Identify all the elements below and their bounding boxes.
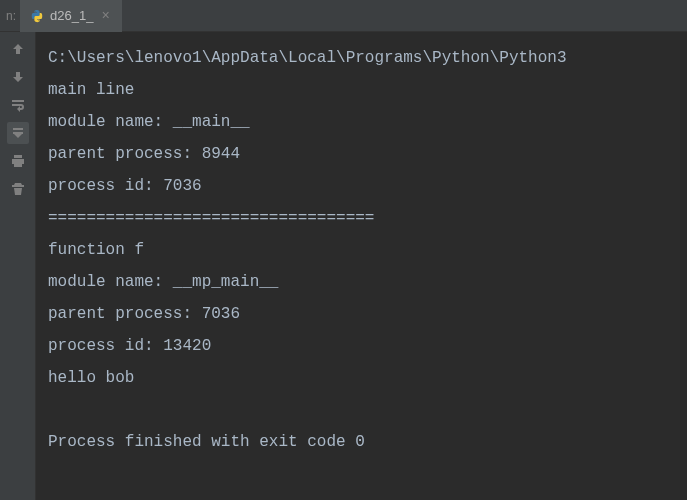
- output-line: main line: [48, 74, 675, 106]
- output-line: [48, 394, 675, 426]
- tab-prefix-label: n:: [0, 9, 20, 23]
- wrap-icon[interactable]: [7, 94, 29, 116]
- output-line: process id: 7036: [48, 170, 675, 202]
- output-line: Process finished with exit code 0: [48, 426, 675, 458]
- output-line: parent process: 8944: [48, 138, 675, 170]
- arrow-down-icon[interactable]: [7, 66, 29, 88]
- output-line: process id: 13420: [48, 330, 675, 362]
- python-icon: [30, 9, 44, 23]
- output-line: function f: [48, 234, 675, 266]
- output-line: hello bob: [48, 362, 675, 394]
- output-line: ==================================: [48, 202, 675, 234]
- close-icon[interactable]: ×: [99, 8, 111, 24]
- output-line: module name: __mp_main__: [48, 266, 675, 298]
- main-area: C:\Users\lenovo1\AppData\Local\Programs\…: [0, 32, 687, 500]
- tab-title: d26_1_: [50, 8, 93, 23]
- output-line: module name: __main__: [48, 106, 675, 138]
- tab-bar: n: d26_1_ ×: [0, 0, 687, 32]
- arrow-up-icon[interactable]: [7, 38, 29, 60]
- scroll-to-end-icon[interactable]: [7, 122, 29, 144]
- output-line: C:\Users\lenovo1\AppData\Local\Programs\…: [48, 42, 675, 74]
- file-tab[interactable]: d26_1_ ×: [20, 0, 122, 32]
- print-icon[interactable]: [7, 150, 29, 172]
- gutter-toolbar: [0, 32, 36, 500]
- output-line: parent process: 7036: [48, 298, 675, 330]
- console-output[interactable]: C:\Users\lenovo1\AppData\Local\Programs\…: [36, 32, 687, 500]
- trash-icon[interactable]: [7, 178, 29, 200]
